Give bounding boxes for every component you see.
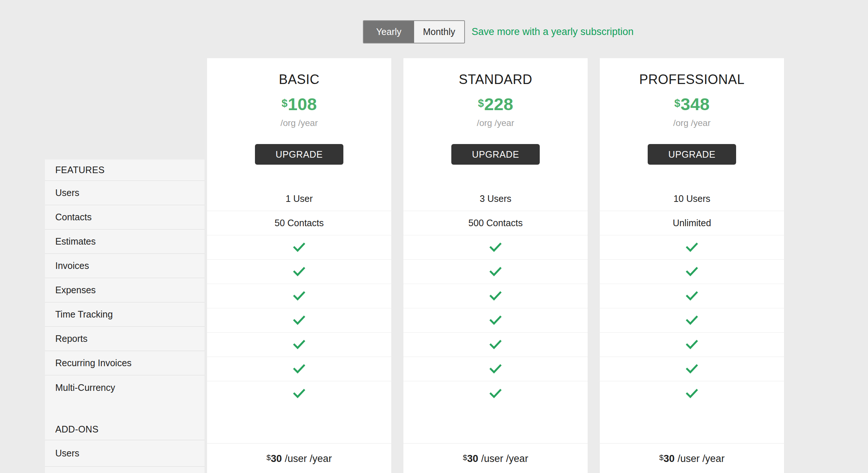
feature-included-row xyxy=(600,381,784,406)
feature-label-row: Multi-Currency xyxy=(45,375,204,400)
plan-feature-values: 1 User50 Contacts xyxy=(207,187,391,406)
plan-card-header: BASIC $108 /org /year UPGRADE xyxy=(207,58,391,187)
check-icon xyxy=(489,267,502,277)
plan-card: BASIC $108 /org /year UPGRADE 1 User50 C… xyxy=(207,58,391,473)
plan-period: /org /year xyxy=(403,118,588,128)
addon-price-row: $30/user /year xyxy=(207,443,391,473)
feature-included-row xyxy=(207,235,391,260)
plan-feature-values: 3 Users500 Contacts xyxy=(403,187,588,406)
addon-unit: /user /year xyxy=(285,453,332,465)
addon-amount: 30 xyxy=(664,453,675,465)
feature-included-row xyxy=(403,284,588,308)
check-icon xyxy=(686,340,698,350)
toggle-monthly[interactable]: Monthly xyxy=(414,21,465,43)
addon-currency-symbol: $ xyxy=(463,453,467,462)
addon-unit: /user /year xyxy=(481,453,528,465)
addon-price-row: $30/user /year xyxy=(403,443,588,473)
currency-symbol: $ xyxy=(478,97,484,109)
feature-label-row: Users xyxy=(45,440,204,467)
feature-included-row xyxy=(207,357,391,381)
card-gap xyxy=(600,406,784,443)
check-icon xyxy=(489,389,502,399)
upgrade-button[interactable]: UPGRADE xyxy=(255,144,343,165)
check-icon xyxy=(293,340,305,350)
feature-included-row xyxy=(207,308,391,333)
feature-included-row xyxy=(600,357,784,381)
feature-label-row: Reports xyxy=(45,327,204,351)
check-icon xyxy=(489,242,502,252)
feature-included-row xyxy=(403,357,588,381)
yearly-promo-text: Save more with a yearly subscription xyxy=(472,26,634,38)
addon-currency-symbol: $ xyxy=(659,453,664,462)
currency-symbol: $ xyxy=(281,97,287,109)
feature-included-row xyxy=(600,308,784,333)
plan-name: STANDARD xyxy=(403,71,588,88)
price-amount: 228 xyxy=(484,94,513,114)
addon-price-row: $30/user /year xyxy=(600,443,784,473)
addon-unit: /user /year xyxy=(678,453,725,465)
upgrade-button[interactable]: UPGRADE xyxy=(648,144,736,165)
billing-period-toggle: Yearly Monthly xyxy=(363,20,465,43)
plan-period: /org /year xyxy=(600,118,784,128)
plan-period: /org /year xyxy=(207,118,391,128)
check-icon xyxy=(293,315,305,325)
price-amount: 108 xyxy=(288,94,316,114)
toggle-yearly[interactable]: Yearly xyxy=(364,21,414,43)
addons-list: Users xyxy=(45,440,204,467)
plan-name: PROFESSIONAL xyxy=(600,71,784,88)
plan-price: $228 xyxy=(403,95,588,118)
feature-included-row xyxy=(207,260,391,284)
check-icon xyxy=(686,364,698,374)
feature-included-row xyxy=(403,260,588,284)
feature-label-row: Users xyxy=(45,181,204,205)
check-icon xyxy=(489,340,502,350)
panel-spacer xyxy=(45,400,204,419)
check-icon xyxy=(686,291,698,301)
pricing-page: Yearly Monthly Save more with a yearly s… xyxy=(0,0,868,473)
card-gap xyxy=(207,406,391,443)
check-icon xyxy=(293,267,305,277)
features-panel: FEATURES UsersContactsEstimatesInvoicesE… xyxy=(45,160,204,473)
feature-label-row: Time Tracking xyxy=(45,302,204,327)
plan-price: $108 xyxy=(207,95,391,118)
plan-card: PROFESSIONAL $348 /org /year UPGRADE 10 … xyxy=(600,58,784,473)
feature-included-row xyxy=(403,308,588,333)
plan-price: $348 xyxy=(600,95,784,118)
plan-card-header: STANDARD $228 /org /year UPGRADE xyxy=(403,58,588,187)
feature-included-row xyxy=(403,333,588,357)
check-icon xyxy=(293,364,305,374)
feature-value-row: Unlimited xyxy=(600,211,784,235)
plan-feature-values: 10 UsersUnlimited xyxy=(600,187,784,406)
upgrade-button[interactable]: UPGRADE xyxy=(451,144,540,165)
check-icon xyxy=(293,389,305,399)
feature-value-row: 3 Users xyxy=(403,187,588,211)
features-list: UsersContactsEstimatesInvoicesExpensesTi… xyxy=(45,181,204,400)
check-icon xyxy=(489,291,502,301)
feature-included-row xyxy=(207,381,391,406)
feature-included-row xyxy=(207,284,391,308)
check-icon xyxy=(686,267,698,277)
check-icon xyxy=(293,242,305,252)
addons-header: ADD-ONS xyxy=(45,419,204,440)
feature-label-row: Expenses xyxy=(45,278,204,302)
feature-label-row: Recurring Invoices xyxy=(45,351,204,375)
feature-included-row xyxy=(600,260,784,284)
check-icon xyxy=(293,291,305,301)
feature-included-row xyxy=(403,235,588,260)
feature-label-row: Invoices xyxy=(45,254,204,278)
check-icon xyxy=(489,364,502,374)
currency-symbol: $ xyxy=(674,97,680,109)
features-header: FEATURES xyxy=(45,160,204,181)
card-gap xyxy=(403,406,588,443)
check-icon xyxy=(489,315,502,325)
check-icon xyxy=(686,242,698,252)
feature-value-row: 1 User xyxy=(207,187,391,211)
feature-included-row xyxy=(600,235,784,260)
feature-value-row: 500 Contacts xyxy=(403,211,588,235)
addon-amount: 30 xyxy=(467,453,478,465)
feature-included-row xyxy=(403,381,588,406)
feature-value-row: 50 Contacts xyxy=(207,211,391,235)
plan-cards: BASIC $108 /org /year UPGRADE 1 User50 C… xyxy=(207,58,784,473)
check-icon xyxy=(686,315,698,325)
check-icon xyxy=(686,389,698,399)
